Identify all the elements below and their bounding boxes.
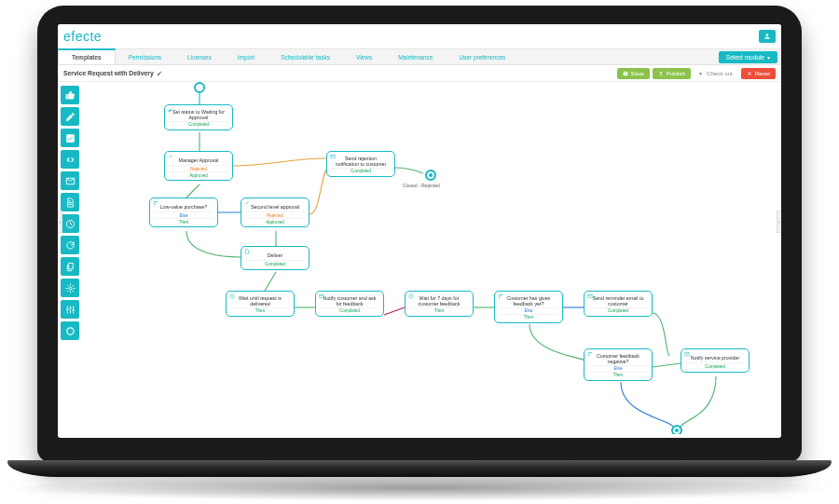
connector bbox=[653, 363, 681, 367]
node-port-rejected[interactable]: Rejected bbox=[245, 211, 305, 218]
connector bbox=[384, 307, 405, 315]
node-port-rejected[interactable]: Rejected bbox=[169, 165, 228, 171]
node-port-then[interactable]: Then bbox=[230, 307, 290, 314]
workflow-node[interactable]: Send rejection notification to customerC… bbox=[326, 151, 395, 177]
node-branch-icon bbox=[153, 200, 158, 206]
node-title: Send reminder email to customer bbox=[588, 294, 648, 307]
code-icon bbox=[65, 155, 76, 165]
tab-permissions[interactable]: Permissions bbox=[116, 49, 174, 64]
node-title: Send rejection notification to customer bbox=[331, 155, 391, 168]
tool-sliders-icon[interactable] bbox=[61, 300, 79, 319]
connector bbox=[621, 382, 673, 427]
document-icon bbox=[65, 198, 76, 208]
node-edit-icon bbox=[168, 107, 173, 113]
laptop-base bbox=[7, 460, 832, 477]
workflow-node[interactable]: Manager ApprovalRejectedApproved bbox=[164, 151, 233, 181]
user-menu-button[interactable] bbox=[759, 30, 776, 43]
node-check-icon bbox=[168, 154, 173, 159]
workflow-node[interactable]: Wait for 7 days for customer feedbackThe… bbox=[405, 291, 474, 317]
tool-check-square-icon[interactable] bbox=[61, 129, 79, 147]
node-branch-icon bbox=[498, 293, 503, 299]
node-title: Notify customer and ask for feedback bbox=[320, 294, 379, 307]
node-doc-icon bbox=[244, 249, 250, 254]
node-port-else[interactable]: Else bbox=[588, 365, 648, 372]
connector bbox=[530, 324, 587, 361]
tool-copy-icon[interactable] bbox=[61, 257, 79, 276]
tool-gear-icon[interactable] bbox=[61, 279, 79, 297]
collapse-right-handle[interactable]: › bbox=[777, 211, 781, 233]
workflow-node[interactable]: Low-value purchase?ElseThen bbox=[149, 198, 218, 227]
workflow-node[interactable]: Customer feedback negative?ElseThen bbox=[584, 348, 653, 381]
tab-licenses[interactable]: Licenses bbox=[174, 49, 225, 64]
node-port-completed[interactable]: Completed bbox=[169, 121, 228, 128]
node-title: Wait until request is delivered bbox=[230, 294, 290, 307]
node-mail-icon bbox=[684, 351, 690, 357]
node-port-completed[interactable]: Completed bbox=[685, 362, 745, 369]
workflow-node[interactable]: Second level approvalRejectedApproved bbox=[241, 198, 309, 227]
tab-templates[interactable]: Templates bbox=[58, 48, 116, 64]
node-port-completed[interactable]: Completed bbox=[245, 260, 305, 266]
node-clock-icon bbox=[408, 293, 414, 299]
tool-document-icon[interactable] bbox=[61, 193, 79, 211]
tab-schedulable-tasks[interactable]: Schedulable tasks bbox=[268, 49, 343, 64]
tool-mail-icon[interactable] bbox=[61, 171, 79, 190]
tool-circle-icon[interactable] bbox=[61, 321, 79, 340]
tab-user-preferences[interactable]: User preferences bbox=[446, 49, 518, 64]
node-port-completed[interactable]: Completed bbox=[331, 168, 391, 174]
node-mail-icon bbox=[330, 154, 336, 159]
clock-icon bbox=[65, 219, 76, 229]
workflow-node[interactable]: Wait until request is deliveredThen bbox=[226, 291, 295, 317]
workflow-node[interactable]: Send reminder email to customerCompleted bbox=[584, 291, 653, 317]
start-node[interactable] bbox=[194, 82, 205, 93]
node-port-approved[interactable]: Approved bbox=[245, 218, 305, 225]
tab-maintenance[interactable]: Maintenance bbox=[385, 49, 446, 64]
connector bbox=[233, 158, 326, 166]
tab-views[interactable]: Views bbox=[343, 49, 385, 64]
workflow-node[interactable]: Set status to Waiting for ApprovalComple… bbox=[164, 104, 233, 130]
node-port-then[interactable]: Then bbox=[409, 307, 469, 314]
node-port-completed[interactable]: Completed bbox=[320, 307, 379, 314]
connector bbox=[681, 376, 716, 427]
workflow-node[interactable]: Notify customer and ask for feedbackComp… bbox=[315, 291, 384, 317]
node-port-approved[interactable]: Approved bbox=[169, 171, 228, 178]
tool-refresh-icon[interactable] bbox=[61, 236, 79, 254]
end-node[interactable] bbox=[425, 170, 436, 181]
workflow-node[interactable]: DeliverCompleted bbox=[241, 246, 309, 270]
tab-import[interactable]: Import bbox=[225, 49, 268, 64]
node-title: Manager Approval bbox=[169, 155, 228, 165]
edit-icon bbox=[65, 112, 76, 122]
collapse-left-handle[interactable]: ‹ bbox=[58, 211, 62, 233]
gear-icon bbox=[65, 283, 76, 293]
node-check-icon bbox=[244, 200, 250, 206]
connector bbox=[265, 272, 276, 291]
tool-clock-icon[interactable] bbox=[61, 214, 79, 233]
laptop-frame: efecte Templates Permissions Licenses Im… bbox=[37, 6, 802, 462]
end-node[interactable] bbox=[671, 425, 682, 434]
sliders-icon bbox=[65, 305, 76, 315]
node-port-then[interactable]: Then bbox=[499, 314, 558, 320]
tool-code-icon[interactable] bbox=[61, 150, 79, 169]
node-port-else[interactable]: Else bbox=[154, 211, 213, 218]
module-select-dropdown[interactable]: Select module bbox=[719, 51, 777, 63]
node-port-else[interactable]: Else bbox=[499, 307, 558, 314]
node-mail-icon bbox=[587, 293, 593, 299]
brand-logo: efecte bbox=[63, 29, 102, 44]
node-port-then[interactable]: Then bbox=[588, 372, 648, 378]
node-title: Second level approval bbox=[245, 201, 305, 211]
node-title: Deliver bbox=[245, 250, 305, 260]
node-port-then[interactable]: Then bbox=[154, 218, 213, 225]
circle-icon bbox=[65, 326, 76, 336]
copy-icon bbox=[65, 262, 76, 272]
tool-edit-icon[interactable] bbox=[61, 107, 79, 126]
workflow-node[interactable]: Customer has given feedback yet?ElseThen bbox=[494, 291, 563, 323]
workflow-node[interactable]: Notify service providerCompleted bbox=[681, 348, 750, 373]
node-title: Low-value purchase? bbox=[154, 201, 213, 211]
workflow-canvas[interactable]: Closed - RejectedClosed - DeliveredSet s… bbox=[84, 75, 774, 434]
connector bbox=[186, 231, 242, 257]
node-title: Set status to Waiting for Approval bbox=[169, 108, 228, 121]
connector bbox=[395, 168, 423, 173]
mail-icon bbox=[65, 176, 76, 186]
node-port-completed[interactable]: Completed bbox=[588, 307, 648, 314]
tool-thumbs-up-icon[interactable] bbox=[61, 86, 79, 104]
connector bbox=[653, 313, 669, 356]
